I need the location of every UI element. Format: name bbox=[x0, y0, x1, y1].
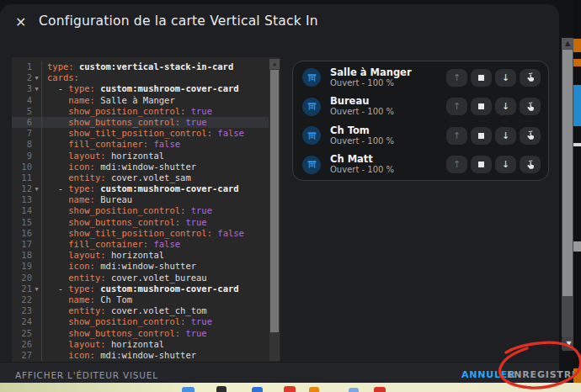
code-token bbox=[47, 172, 68, 183]
code-token bbox=[47, 194, 68, 205]
cover-open-button[interactable]: ↑ bbox=[446, 127, 467, 145]
code-line[interactable]: 23 entity: cover.volet_ch_tom bbox=[12, 305, 269, 316]
cover-stop-button[interactable] bbox=[471, 98, 492, 115]
fold-spacer bbox=[32, 328, 41, 339]
window-shutter-icon[interactable] bbox=[302, 156, 321, 174]
arrow-up-icon: ↑ bbox=[453, 159, 461, 170]
line-number: 2 bbox=[12, 72, 32, 83]
fold-arrow-icon[interactable]: ▼ bbox=[32, 83, 41, 94]
code-line[interactable]: 20 entity: cover.volet_bureau bbox=[12, 273, 269, 283]
code-line[interactable]: 6 show_buttons_control: true bbox=[12, 117, 269, 128]
editor-scrollbar-thumb[interactable] bbox=[270, 70, 279, 332]
code-line[interactable]: 26 layout: horizontal bbox=[12, 339, 269, 350]
fold-arrow-icon[interactable]: ▼ bbox=[32, 72, 41, 83]
cover-card-row[interactable]: Ch MattOuvert - 100 %↑↓ bbox=[299, 151, 542, 180]
code-line[interactable]: 11 entity: cover.volet_sam bbox=[12, 172, 269, 183]
close-icon[interactable]: ✕ bbox=[15, 14, 26, 31]
code-line[interactable]: 24 show_position_control: true bbox=[12, 316, 269, 327]
window-shutter-icon[interactable] bbox=[302, 126, 321, 145]
cover-open-button[interactable]: ↑ bbox=[446, 156, 467, 173]
line-number: 27 bbox=[12, 350, 32, 361]
code-line[interactable]: 16 show_tilt_position_control: false bbox=[12, 228, 269, 239]
cover-tap-button[interactable] bbox=[520, 156, 541, 173]
gutter-border bbox=[41, 339, 42, 350]
code-line[interactable]: 17 fill_container: false bbox=[12, 239, 269, 250]
taskbar-app-icon[interactable] bbox=[374, 387, 386, 392]
code-line[interactable]: 7 show_tilt_position_control: false bbox=[12, 128, 269, 139]
code-line[interactable]: 1type: custom:vertical-stack-in-card bbox=[12, 61, 269, 72]
taskbar-app-icon[interactable] bbox=[182, 387, 195, 392]
fold-spacer bbox=[32, 294, 41, 305]
fold-spacer bbox=[32, 172, 41, 183]
editor-scrollbar[interactable]: ▲ bbox=[269, 59, 280, 361]
cover-card-row[interactable]: Salle à MangerOuvert - 100 %↑↓ bbox=[299, 63, 542, 93]
page-scrollbar-thumb[interactable] bbox=[562, 50, 573, 296]
cover-tap-button[interactable] bbox=[520, 98, 541, 115]
tap-pointer-icon bbox=[525, 102, 536, 112]
cover-close-button[interactable]: ↓ bbox=[495, 69, 516, 87]
code-line[interactable]: 13 name: Bureau bbox=[12, 194, 269, 205]
cover-stop-button[interactable] bbox=[471, 156, 492, 173]
gutter-border bbox=[41, 83, 42, 94]
dialog-header: ✕ Configuration de la carte Vertical Sta… bbox=[0, 4, 559, 48]
cover-open-button[interactable]: ↑ bbox=[446, 98, 467, 115]
code-line[interactable]: 14 show_position_control: true bbox=[12, 205, 269, 216]
taskbar-app-icon[interactable] bbox=[309, 387, 319, 392]
save-button[interactable]: ENREGISTRER bbox=[507, 369, 581, 380]
cover-tap-button[interactable] bbox=[520, 127, 541, 145]
code-lines[interactable]: 1type: custom:vertical-stack-in-card2▼ca… bbox=[12, 61, 269, 361]
cover-tap-button[interactable] bbox=[520, 69, 541, 87]
code-line[interactable]: 10 icon: mdi:window-shutter bbox=[12, 162, 269, 172]
code-token bbox=[47, 305, 68, 316]
window-shutter-icon[interactable] bbox=[302, 68, 321, 87]
taskbar-app-icon[interactable] bbox=[216, 386, 227, 392]
code-line[interactable]: 3▼ - type: custom:mushroom-cover-card bbox=[12, 83, 269, 94]
code-token: name: bbox=[68, 95, 95, 106]
fold-arrow-icon[interactable]: ▼ bbox=[32, 283, 41, 294]
code-line[interactable]: 9 layout: horizontal bbox=[12, 151, 269, 162]
fold-spacer bbox=[32, 305, 41, 316]
editor-scroll-up-icon[interactable]: ▲ bbox=[269, 59, 280, 69]
code-token bbox=[47, 117, 68, 128]
code-line[interactable]: 18 layout: horizontal bbox=[12, 250, 269, 261]
cover-open-button[interactable]: ↑ bbox=[446, 69, 467, 87]
code-token bbox=[47, 273, 68, 283]
taskbar-app-icon[interactable] bbox=[349, 388, 359, 392]
code-line[interactable]: 19 icon: mdi:window-shutter bbox=[12, 261, 269, 272]
code-line[interactable]: 22 name: Ch Tom bbox=[12, 294, 269, 305]
cover-stop-button[interactable] bbox=[471, 127, 492, 145]
code-line[interactable]: 12▼ - type: custom:mushroom-cover-card bbox=[12, 183, 269, 194]
code-token bbox=[47, 239, 68, 250]
code-line[interactable]: 5 show_position_control: true bbox=[12, 106, 269, 117]
code-line[interactable]: 8 fill_container: false bbox=[12, 139, 269, 150]
code-line[interactable]: 25 show_buttons_control: true bbox=[12, 328, 269, 339]
scroll-up-icon[interactable]: ▲ bbox=[562, 38, 573, 49]
cover-close-button[interactable]: ↓ bbox=[495, 98, 516, 115]
page-scrollbar[interactable]: ▲ bbox=[562, 38, 573, 337]
line-number: 15 bbox=[12, 217, 32, 228]
line-number: 13 bbox=[12, 194, 32, 205]
yaml-code-editor[interactable]: 1type: custom:vertical-stack-in-card2▼ca… bbox=[12, 57, 280, 363]
fold-spacer bbox=[32, 128, 41, 139]
code-token: type: bbox=[47, 61, 74, 72]
cover-card-row[interactable]: BureauOuvert - 100 %↑↓ bbox=[299, 93, 542, 122]
cover-buttons: ↑↓ bbox=[446, 127, 541, 145]
taskbar-app-icon[interactable] bbox=[284, 386, 296, 392]
cover-card-row[interactable]: Ch TomOuvert - 100 %↑↓ bbox=[299, 121, 542, 151]
code-line[interactable]: 4 name: Salle à Manger bbox=[12, 95, 269, 106]
taskbar-app-icon[interactable] bbox=[252, 387, 263, 392]
show-visual-editor-button[interactable]: AFFICHER L'ÉDITEUR VISUEL bbox=[15, 370, 158, 380]
code-token: false bbox=[217, 228, 244, 239]
code-token: show_buttons_control: bbox=[68, 117, 180, 128]
code-line[interactable]: 21▼ - type: custom:mushroom-cover-card bbox=[12, 283, 269, 294]
code-token: icon: bbox=[68, 350, 95, 361]
fold-arrow-icon[interactable]: ▼ bbox=[32, 183, 41, 194]
cover-close-button[interactable]: ↓ bbox=[495, 127, 516, 145]
cover-close-button[interactable]: ↓ bbox=[495, 156, 516, 173]
window-shutter-icon[interactable] bbox=[302, 98, 321, 116]
cover-card-text: Ch MattOuvert - 100 % bbox=[330, 154, 446, 175]
code-line[interactable]: 2▼cards: bbox=[12, 72, 269, 83]
cover-stop-button[interactable] bbox=[471, 69, 492, 87]
code-line[interactable]: 27 icon: mdi:window-shutter bbox=[12, 350, 269, 361]
code-line[interactable]: 15 show_buttons_control: true bbox=[12, 217, 269, 228]
